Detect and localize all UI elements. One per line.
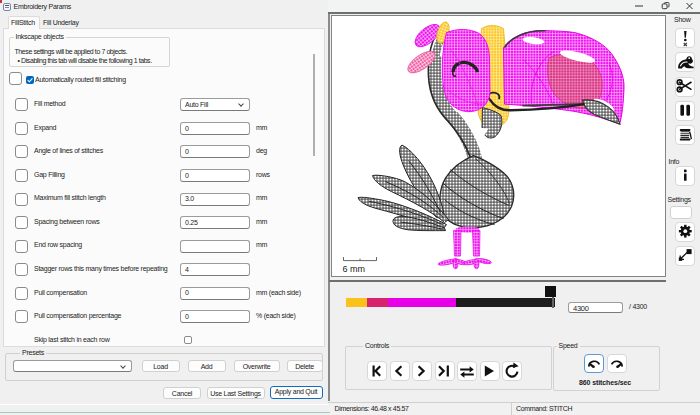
svg-text:6 mm: 6 mm [342, 264, 365, 274]
